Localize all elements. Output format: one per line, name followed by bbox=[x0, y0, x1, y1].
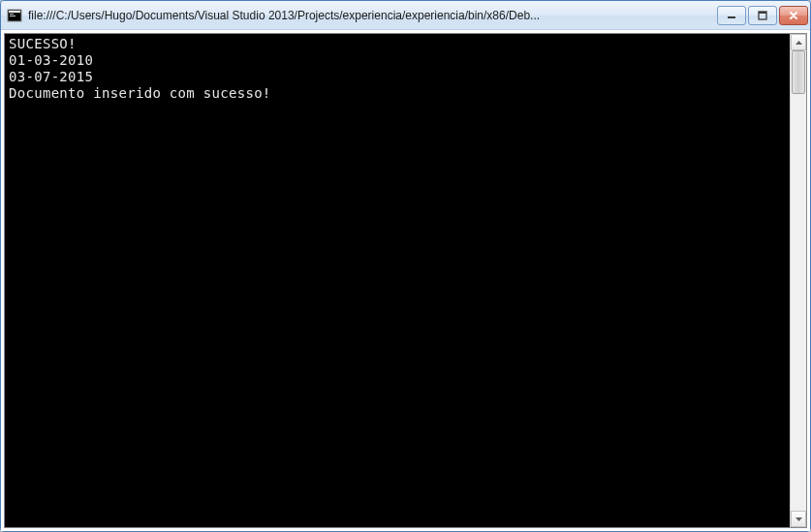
svg-rect-1 bbox=[9, 11, 20, 13]
svg-rect-3 bbox=[10, 16, 16, 16]
titlebar[interactable]: file:///C:/Users/Hugo/Documents/Visual S… bbox=[1, 1, 810, 30]
client-area: SUCESSO! 01-03-2010 03-07-2015 Documento… bbox=[1, 30, 810, 531]
console-line: Documento inserido com sucesso! bbox=[9, 85, 786, 102]
maximize-button[interactable] bbox=[748, 6, 777, 25]
console-window: file:///C:/Users/Hugo/Documents/Visual S… bbox=[0, 0, 811, 532]
scroll-up-button[interactable] bbox=[791, 34, 806, 50]
close-button[interactable] bbox=[779, 6, 808, 25]
console-line: 01-03-2010 bbox=[9, 52, 786, 69]
scroll-thumb[interactable] bbox=[792, 50, 805, 94]
minimize-icon bbox=[726, 11, 737, 20]
svg-rect-2 bbox=[10, 14, 14, 15]
chevron-up-icon bbox=[795, 41, 802, 45]
vertical-scrollbar[interactable] bbox=[790, 34, 806, 527]
svg-rect-4 bbox=[728, 16, 735, 18]
minimize-button[interactable] bbox=[717, 6, 746, 25]
close-icon bbox=[788, 11, 799, 20]
console-line: SUCESSO! bbox=[9, 36, 786, 52]
chevron-down-icon bbox=[795, 517, 802, 521]
console-line: 03-07-2015 bbox=[9, 69, 786, 85]
console-wrapper: SUCESSO! 01-03-2010 03-07-2015 Documento… bbox=[4, 33, 807, 528]
console-output[interactable]: SUCESSO! 01-03-2010 03-07-2015 Documento… bbox=[5, 34, 790, 527]
maximize-icon bbox=[757, 11, 768, 20]
window-title: file:///C:/Users/Hugo/Documents/Visual S… bbox=[28, 9, 717, 22]
scroll-track[interactable] bbox=[791, 50, 806, 511]
scroll-down-button[interactable] bbox=[791, 511, 806, 527]
app-icon bbox=[7, 8, 22, 23]
window-controls bbox=[717, 6, 808, 25]
svg-rect-6 bbox=[759, 12, 766, 14]
